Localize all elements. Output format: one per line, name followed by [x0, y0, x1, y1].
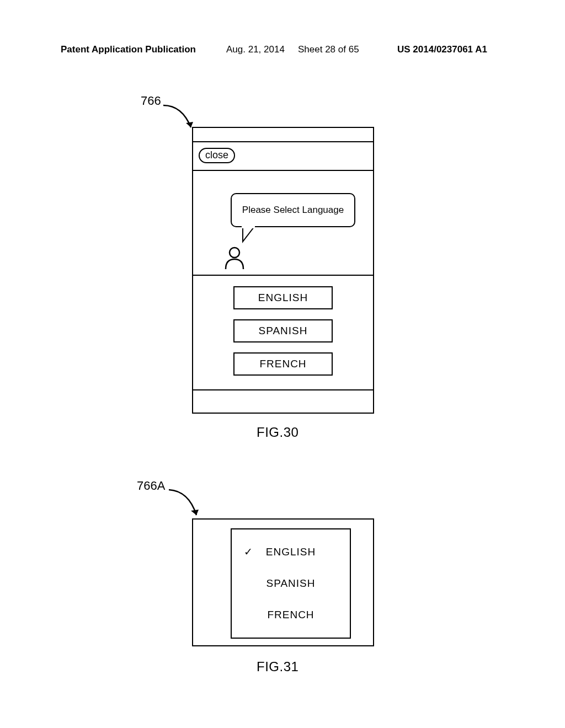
language-row-french[interactable]: FRENCH [232, 607, 350, 623]
publication-type: Patent Application Publication [61, 44, 196, 55]
home-bar [193, 390, 373, 413]
publication-date: Aug. 21, 2014 [226, 44, 285, 55]
language-option-english[interactable]: ENGLISH [233, 286, 333, 309]
checkmark-icon: ✓ [244, 545, 253, 558]
sheet-number: Sheet 28 of 65 [298, 44, 359, 55]
option-label: FRENCH [267, 609, 314, 621]
person-icon [223, 246, 246, 270]
option-label: ENGLISH [258, 292, 308, 304]
language-list-box: ✓ ENGLISH SPANISH FRENCH [231, 528, 351, 639]
svg-marker-3 [191, 510, 199, 515]
title-bar: close [193, 142, 373, 171]
language-option-list: ENGLISH SPANISH FRENCH [193, 276, 373, 390]
mobile-device-fig30: close Please Select Language ENGLISH SPA… [192, 127, 374, 414]
reference-numeral-766a: 766A [137, 479, 165, 493]
status-bar [193, 128, 373, 142]
speech-bubble-tail-icon [239, 225, 262, 247]
reference-numeral-766: 766 [141, 94, 161, 108]
figure-label-31: FIG.31 [257, 659, 299, 675]
patent-number: US 2014/0237061 A1 [397, 44, 487, 55]
option-label: FRENCH [259, 358, 306, 370]
language-option-french[interactable]: FRENCH [233, 352, 333, 376]
language-row-spanish[interactable]: SPANISH [232, 575, 350, 592]
close-button[interactable]: close [199, 148, 235, 163]
option-label: ENGLISH [266, 546, 316, 558]
figure-label-30: FIG.30 [257, 425, 299, 440]
svg-point-2 [230, 248, 239, 258]
language-option-spanish[interactable]: SPANISH [233, 319, 333, 342]
device-panel-fig31: ✓ ENGLISH SPANISH FRENCH [192, 518, 374, 646]
option-label: SPANISH [258, 325, 307, 337]
prompt-text: Please Select Language [242, 205, 344, 216]
prompt-area: Please Select Language [193, 171, 373, 276]
svg-rect-1 [242, 225, 255, 228]
option-label: SPANISH [266, 577, 315, 590]
speech-bubble: Please Select Language [231, 193, 355, 227]
language-row-english[interactable]: ✓ ENGLISH [232, 544, 350, 560]
